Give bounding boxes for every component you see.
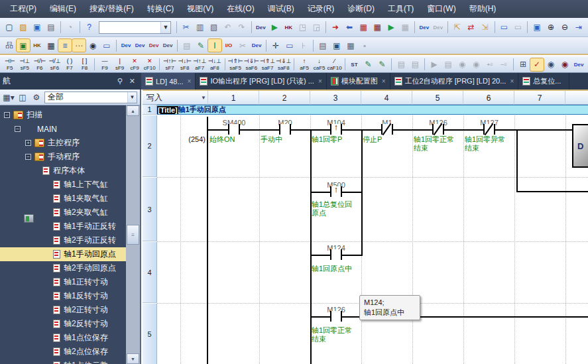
tree-item[interactable]: 轴1正转寸动	[0, 275, 126, 289]
tree-item[interactable]: 轴1手动回原点	[0, 247, 126, 261]
menu-item[interactable]: 搜索/替换(F)	[84, 1, 140, 17]
rung-title-statement[interactable]: [Title] 轴1手动回原点	[157, 105, 588, 115]
undo-icon-icon[interactable]: ↶	[221, 21, 235, 34]
device-write-icon-icon[interactable]: Dev	[254, 21, 267, 34]
ladder-symbol-button[interactable]: ⊣⇓⊢ saF6	[244, 57, 259, 72]
close-icon[interactable]: ✕	[126, 77, 139, 86]
copy-icon-icon[interactable]: ▥	[194, 21, 207, 34]
convert-block-icon-icon[interactable]: ▶	[428, 58, 441, 71]
import-icon-icon[interactable]: ◳	[296, 21, 309, 34]
ladder-symbol-button[interactable]: ✕ cF9	[127, 57, 142, 72]
paste-icon-icon[interactable]: ▧	[207, 21, 221, 34]
tree-item[interactable]: 轴1手动正反转	[0, 219, 126, 233]
pin-icon[interactable]: ⚲	[114, 77, 126, 86]
device-net-icon-icon[interactable]: Dev	[161, 39, 174, 52]
ladder-symbol-button[interactable]: ⊣/⊥ sF6	[48, 57, 62, 72]
document-icon-icon[interactable]: ▤	[441, 58, 455, 71]
scroll-down-icon[interactable]: ▼	[127, 353, 139, 364]
contact-nc-m126[interactable]	[432, 124, 444, 135]
inline-st-box-icon-icon[interactable]: ST	[347, 58, 361, 71]
hex-monitor-icon-icon[interactable]: HK	[282, 21, 295, 34]
tree-item[interactable]: + 主控程序	[0, 136, 126, 150]
tree-item[interactable]: − 扫描	[0, 108, 126, 122]
gear-icon[interactable]: ⚙	[30, 91, 42, 103]
ladder-symbol-button[interactable]: ⊣⇓⊥ saF8	[276, 57, 291, 72]
ladder-symbol-button[interactable]: ⊣⇑⊢ saF5	[227, 57, 243, 72]
tree-expander-icon[interactable]: −	[15, 126, 21, 132]
save-project-icon-icon[interactable]: ▣	[30, 21, 44, 34]
inline-st-icon-icon[interactable]: ▣	[330, 39, 343, 52]
contact-no-m124[interactable]	[330, 249, 342, 260]
screen-find-icon-icon[interactable]: ▣	[530, 21, 544, 34]
contact-no-m126[interactable]	[330, 311, 342, 322]
zoom-in-icon-icon[interactable]: ⊕	[544, 21, 558, 34]
write-to-plc-icon-icon[interactable]: ➜	[329, 21, 342, 34]
help-icon-icon[interactable]: ?	[82, 21, 95, 34]
reference-window-icon-icon[interactable]: ▭	[283, 39, 296, 52]
verify-with-plc-icon-icon[interactable]: ▦	[357, 21, 370, 34]
tree-item[interactable]: − 手动程序	[0, 150, 126, 164]
document-tab[interactable]: LD] 48... ×	[141, 73, 196, 90]
tree-expander-icon[interactable]: −	[25, 154, 31, 160]
list-view-icon-icon[interactable]: ▦	[344, 39, 357, 52]
new-project-icon-icon[interactable]: ▢	[3, 21, 16, 34]
tree-item[interactable]: 轴1夹取气缸	[0, 192, 126, 206]
delete-row-icon-icon[interactable]: −≡	[497, 58, 510, 71]
ladder-symbol-button[interactable]: ( ) F7	[62, 57, 77, 72]
intelligent-module-icon-icon[interactable]: ▦	[44, 39, 58, 52]
ladder-symbol-button[interactable]: ⊣⇑⊥ saF7	[260, 57, 275, 72]
tree-expander-icon[interactable]: +	[25, 140, 31, 146]
project-tree-icon-icon[interactable]: 品	[3, 39, 16, 52]
tree-item[interactable]: 轴2点位保存	[0, 345, 126, 359]
contact-pulse-m500[interactable]: ↑	[330, 186, 342, 197]
tree-item[interactable]: 轴2夹取气缸	[0, 206, 126, 219]
monitor-stop-icon-icon[interactable]: ▦	[398, 21, 412, 34]
find-combobox[interactable]: ▼	[99, 21, 170, 34]
monitor-mode-icon-icon[interactable]: Dev	[418, 21, 431, 34]
ladder-symbol-button[interactable]: ⊣/⊢ F6	[32, 57, 47, 72]
print-icon-icon[interactable]: ▤	[44, 21, 58, 34]
io-check-icon-icon[interactable]: I/O	[222, 39, 235, 52]
stamp-icon-icon[interactable]: ▤	[180, 39, 194, 52]
ladder-symbol-button[interactable]: ↑ aF5	[297, 57, 312, 72]
remote-operation-icon-icon[interactable]: ▦	[371, 21, 384, 34]
document-tab[interactable]: 总复位...	[518, 73, 569, 90]
statement-box-icon-icon[interactable]: ▤	[316, 39, 329, 52]
chevron-down-icon[interactable]: ▼	[160, 22, 170, 33]
write-mode-select[interactable]: 写入 ▼	[143, 91, 208, 105]
monitor-start-icon-icon[interactable]: ▶	[268, 21, 281, 34]
monitor-write-mode-icon-icon[interactable]: Dev	[432, 21, 445, 34]
ladder-symbol-button[interactable]: ⊣↓⊥ aF8	[207, 57, 222, 72]
monitor-watch-icon-icon[interactable]: ▶	[384, 21, 398, 34]
tree-item[interactable]: − MAIN	[0, 122, 126, 136]
tab-close-icon[interactable]: ×	[318, 78, 322, 85]
cross-ref-icon-icon[interactable]: ◉	[544, 58, 558, 71]
project-revision-icon-icon[interactable]: ◔	[64, 21, 77, 34]
document-tab[interactable]: 工位2自动程序 [PRG] [LD] 20... ×	[390, 73, 519, 90]
menu-item[interactable]: 调试(B)	[262, 1, 300, 17]
document-tab[interactable]: 模块配置图 ×	[327, 73, 390, 90]
redo-icon-icon[interactable]: ↷	[235, 21, 249, 34]
ladder-symbol-button[interactable]: ⊣↑⊥ aF7	[192, 57, 207, 72]
menu-item[interactable]: 帮助(H)	[463, 1, 502, 17]
menu-item[interactable]: 视图(V)	[181, 1, 219, 17]
document-tab[interactable]: IO输出程序 [PRG] [LD] (只读) ... ×	[196, 73, 326, 90]
tree-expander-icon[interactable]: −	[4, 112, 10, 118]
find-window-icon-icon[interactable]: ▭	[100, 39, 113, 52]
coil-disabled-icon-icon[interactable]: ⊦	[297, 39, 310, 52]
contact-no-m20[interactable]	[279, 124, 291, 135]
menu-item[interactable]: 编辑(E)	[44, 1, 82, 17]
edit-contact-icon-icon[interactable]: ✎	[361, 58, 375, 71]
tree-item[interactable]: 轴1上下气缸	[0, 178, 126, 192]
tab-close-icon[interactable]: ×	[510, 78, 514, 85]
monitor-save-icon-icon[interactable]: ▣	[17, 39, 30, 52]
pan-right-icon-icon[interactable]: ⇥	[572, 21, 585, 34]
tree-item[interactable]: 轴2手动正反转	[0, 233, 126, 247]
menu-item[interactable]: 工程(P)	[4, 1, 42, 17]
export-icon-icon[interactable]: ◲	[310, 21, 323, 34]
tool-disabled-icon-icon[interactable]: ✂	[236, 39, 249, 52]
cut-icon-icon[interactable]: ✂	[180, 21, 193, 34]
hex-edit-icon-icon[interactable]: HK	[30, 39, 44, 52]
tab-close-icon[interactable]: ×	[382, 78, 386, 85]
user-lib-icon-icon[interactable]: ▪	[358, 39, 371, 52]
